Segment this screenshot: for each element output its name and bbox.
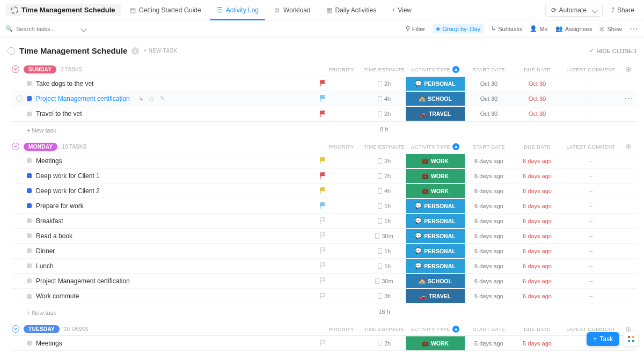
status-square[interactable]	[27, 203, 32, 208]
apps-fab[interactable]	[624, 332, 639, 347]
due-date-cell[interactable]: 6 days ago	[513, 218, 561, 224]
task-name[interactable]: Travel to the vet	[36, 110, 82, 117]
task-name[interactable]: Read a book	[36, 232, 72, 240]
task-name[interactable]: Meetings	[36, 340, 62, 347]
priority-flag[interactable]	[320, 340, 326, 347]
time-estimate-cell[interactable]: 1h	[363, 263, 406, 269]
status-square[interactable]	[27, 233, 32, 238]
task-name[interactable]: Breakfast	[36, 217, 63, 225]
task-row[interactable]: Deep work for Client 1 2h 💼WORK 6 days a…	[12, 168, 636, 183]
due-date-cell[interactable]: 6 days ago	[513, 158, 561, 164]
col-start-date[interactable]: START DATE	[465, 67, 513, 72]
collapse-toggle[interactable]	[12, 65, 19, 73]
workspace-title[interactable]: Time Management Schedule	[5, 4, 121, 16]
activity-type-tag[interactable]: 🚗TRAVEL	[406, 289, 465, 303]
status-square[interactable]	[27, 294, 32, 299]
task-name[interactable]: Work commute	[36, 292, 79, 300]
comment-cell[interactable]: –	[561, 292, 620, 300]
me-button[interactable]: 👤Me	[530, 25, 547, 32]
start-date-cell[interactable]: 6 days ago	[465, 173, 513, 179]
view-tab-getting-started-guide[interactable]: ▤Getting Started Guide	[123, 0, 208, 20]
task-row[interactable]: Deep work for Client 2 –	[12, 351, 636, 353]
status-square[interactable]	[27, 158, 32, 163]
due-date-cell[interactable]: 6 days ago	[513, 263, 561, 269]
start-date-cell[interactable]: 6 days ago	[465, 293, 513, 299]
new-task-fab[interactable]: + Task	[587, 332, 619, 346]
comment-cell[interactable]: –	[561, 110, 620, 117]
comment-cell[interactable]: –	[561, 262, 620, 270]
comment-cell[interactable]: –	[561, 217, 620, 225]
priority-flag[interactable]	[320, 217, 326, 224]
new-task-button[interactable]: + New task	[12, 124, 56, 135]
comment-cell[interactable]: –	[561, 247, 620, 255]
status-square[interactable]	[27, 112, 32, 116]
show-button[interactable]: ◎Show	[599, 25, 622, 32]
time-estimate-cell[interactable]: 1h	[363, 248, 406, 254]
col-estimate[interactable]: TIME ESTIMATE	[363, 144, 406, 150]
task-name[interactable]: Deep work for Client 2	[36, 187, 100, 195]
comment-cell[interactable]: –	[561, 172, 620, 180]
col-due-date[interactable]: DUE DATE	[513, 326, 561, 332]
start-date-cell[interactable]: Oct 30	[465, 111, 513, 117]
view-tab-activity-log[interactable]: ☰Activity Log	[210, 0, 265, 20]
due-date-cell[interactable]: 6 days ago	[513, 248, 561, 254]
subtask-icon[interactable]: ↳	[137, 95, 145, 102]
priority-flag[interactable]	[320, 187, 326, 194]
priority-flag[interactable]	[320, 172, 326, 179]
tag-icon[interactable]: ◇	[148, 95, 156, 102]
task-name[interactable]: Take dogs to the vet	[36, 80, 93, 87]
row-more-button[interactable]: ⋯	[624, 94, 633, 103]
status-square[interactable]	[27, 263, 32, 268]
task-row[interactable]: Take dogs to the vet 2h 💬PERSONAL Oct 30…	[12, 76, 636, 91]
start-date-cell[interactable]: 6 days ago	[465, 263, 513, 269]
status-square[interactable]	[27, 188, 32, 193]
search-box[interactable]: 🔍	[5, 25, 86, 32]
collapse-toggle[interactable]	[12, 325, 19, 333]
start-date-cell[interactable]: 6 days ago	[465, 203, 513, 209]
new-task-button[interactable]: + New task	[12, 306, 56, 317]
task-name[interactable]: Project Management certification	[36, 277, 130, 285]
activity-type-tag[interactable]: 💼WORK	[406, 154, 465, 168]
time-estimate-cell[interactable]: 1h	[363, 203, 406, 209]
activity-type-tag[interactable]: 💬PERSONAL	[406, 77, 465, 91]
due-date-cell[interactable]: 6 days ago	[513, 173, 561, 179]
status-square[interactable]	[27, 218, 32, 223]
priority-flag[interactable]	[320, 202, 326, 209]
assignees-button[interactable]: 👥Assignees	[555, 25, 592, 32]
priority-flag[interactable]	[320, 111, 326, 117]
start-date-cell[interactable]: 6 days ago	[465, 188, 513, 194]
task-name[interactable]: Prepare for work	[36, 202, 84, 210]
task-row[interactable]: Work commute 3h 🚗TRAVEL 6 days ago 6 day…	[12, 289, 636, 304]
activity-type-tag[interactable]: 💬PERSONAL	[406, 199, 465, 213]
collapse-toggle[interactable]	[12, 143, 19, 150]
activity-type-tag[interactable]: 🚗TRAVEL	[406, 107, 465, 121]
view-tab-daily-activities[interactable]: ▦Daily Activities	[319, 0, 383, 20]
time-estimate-cell[interactable]: 2h	[363, 111, 406, 117]
start-date-cell[interactable]: 6 days ago	[465, 278, 513, 284]
due-date-cell[interactable]: 6 days ago	[513, 188, 561, 194]
col-priority[interactable]: PRIORITY	[320, 144, 363, 150]
task-row[interactable]: Breakfast 1h 💬PERSONAL 6 days ago 6 days…	[12, 214, 636, 229]
task-name[interactable]: Dinner	[36, 247, 55, 255]
col-comment[interactable]: LATEST COMMENT	[561, 67, 620, 72]
status-square[interactable]	[27, 173, 32, 178]
add-column-button[interactable]: ⊕	[620, 142, 636, 151]
priority-flag[interactable]	[320, 157, 326, 164]
time-estimate-cell[interactable]: 2h	[363, 80, 406, 87]
add-view-button[interactable]: + View	[385, 0, 418, 20]
col-estimate[interactable]: TIME ESTIMATE	[363, 326, 406, 332]
day-badge[interactable]: TUESDAY	[24, 325, 60, 333]
col-start-date[interactable]: START DATE	[465, 144, 513, 150]
activity-type-tag[interactable]: 💬PERSONAL	[406, 214, 465, 228]
automate-button[interactable]: ⟳ Automate	[545, 4, 603, 17]
activity-type-tag[interactable]: 💬PERSONAL	[406, 259, 465, 273]
info-icon[interactable]: i	[131, 47, 139, 55]
activity-type-tag[interactable]: 💬PERSONAL	[406, 244, 465, 258]
row-handle[interactable]: ⋮⋮	[16, 95, 38, 102]
activity-type-tag[interactable]: 🏫SCHOOL	[406, 274, 465, 288]
status-square[interactable]	[27, 278, 32, 283]
due-date-cell[interactable]: 6 days ago	[513, 203, 561, 209]
comment-cell[interactable]: –	[561, 277, 620, 285]
col-start-date[interactable]: START DATE	[465, 326, 513, 332]
activity-type-tag[interactable]: 💼WORK	[406, 184, 465, 198]
